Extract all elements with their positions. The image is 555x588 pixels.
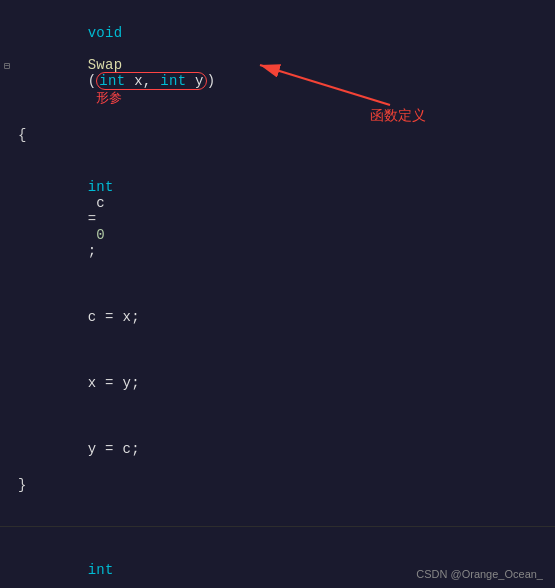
space	[88, 41, 97, 57]
xy-stmt: x = y;	[88, 375, 140, 391]
brace-close1: }	[14, 477, 555, 493]
yc-stmt: y = c;	[88, 441, 140, 457]
watermark: CSDN @Orange_Ocean_	[416, 568, 543, 580]
zero: 0	[88, 227, 105, 243]
code-line-yc: y = c;	[0, 408, 555, 474]
function-swap: ⊟ void Swap (int x, int y) 形参 { int c =	[0, 0, 555, 504]
function-main: ⊟ int main () { int a = 10 ;	[0, 537, 555, 588]
section-gap	[0, 504, 555, 522]
code-line-main: ⊟ int main ()	[0, 545, 555, 588]
code-line-cx: c = x;	[0, 276, 555, 342]
collapse-icon[interactable]: ⊟	[0, 60, 14, 72]
param-y: y	[186, 73, 203, 89]
assign: =	[88, 211, 97, 227]
keyword-void: void	[88, 25, 123, 41]
code-line-xy: x = y;	[0, 342, 555, 408]
code-yc: y = c;	[14, 409, 555, 473]
cx-stmt: c = x;	[88, 309, 140, 325]
semi1: ;	[88, 243, 97, 259]
code-cx: c = x;	[14, 277, 555, 341]
paren-close: )	[207, 73, 216, 89]
param-x: x,	[125, 73, 160, 89]
code-main-sig: int main ()	[14, 546, 555, 588]
var-c: c	[88, 195, 114, 211]
code-xy: x = y;	[14, 343, 555, 407]
func-name: Swap	[88, 57, 123, 73]
code-content: void Swap (int x, int y) 形参	[14, 9, 555, 123]
kw-int-main: int	[88, 562, 114, 578]
code-line: ⊟ void Swap (int x, int y) 形参	[0, 8, 555, 124]
kw-int2: int	[160, 73, 186, 89]
code-line-c-init: int c = 0 ;	[0, 146, 555, 276]
params-label: 形参	[96, 90, 123, 105]
space-main	[88, 578, 97, 588]
divider	[0, 526, 555, 527]
brace-open: {	[14, 127, 555, 143]
kw-int-c: int	[88, 179, 114, 195]
editor-container: ⊟ void Swap (int x, int y) 形参 { int c =	[0, 0, 555, 588]
code-c-init: int c = 0 ;	[14, 147, 555, 275]
code-line-brace-close1: }	[0, 474, 555, 496]
params-highlight: int x, int y	[96, 72, 206, 90]
kw-int1: int	[99, 73, 125, 89]
code-line-brace-open: {	[0, 124, 555, 146]
